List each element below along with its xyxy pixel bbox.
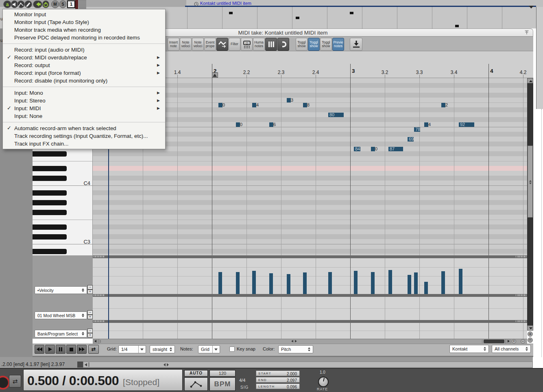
menu-item[interactable]: Preserve PDC delayed monitoring in recor… — [3, 34, 165, 41]
selection-end-field[interactable]: END2.097 — [256, 377, 300, 383]
black-key[interactable] — [33, 234, 67, 240]
menu-item[interactable]: Input: None — [3, 112, 165, 120]
scrollbar-thumb-edge[interactable] — [88, 362, 89, 367]
loop-toggle-button[interactable]: ⇄ — [88, 345, 99, 354]
lane-grow-button[interactable]: + — [87, 315, 93, 319]
power-icon[interactable] — [42, 0, 49, 8]
velocity-bar[interactable] — [424, 282, 428, 294]
lane-shrink-button[interactable]: − — [87, 310, 93, 315]
bank-program-lane[interactable] — [93, 323, 527, 339]
track-filter-select[interactable]: Kontakt — [449, 345, 489, 353]
pencil-icon[interactable] — [24, 0, 32, 8]
stop-button[interactable] — [66, 345, 76, 354]
key-snap-checkbox[interactable] — [229, 346, 235, 352]
scroll-right-button[interactable] — [505, 339, 511, 344]
midi-note[interactable] — [269, 122, 273, 127]
mute-button[interactable]: M — [51, 0, 59, 8]
black-key[interactable] — [33, 151, 67, 157]
black-key[interactable] — [33, 249, 67, 254]
pin-icon[interactable] — [524, 30, 530, 37]
midi-note[interactable]: 69 — [408, 137, 414, 142]
preview-notes-button[interactable]: Previenotes — [332, 38, 344, 51]
menu-item[interactable]: Record: output▶ — [3, 61, 165, 69]
velocity-bar[interactable] — [303, 272, 307, 294]
velocity-bar[interactable] — [408, 275, 411, 294]
lane-grow-button[interactable]: + — [87, 290, 93, 294]
lane-divider-handle[interactable] — [93, 294, 527, 297]
magnet-snap-button[interactable] — [277, 38, 289, 51]
mod-lane-size-buttons[interactable]: −+ — [87, 310, 93, 319]
rate-knob[interactable] — [318, 377, 329, 387]
velocity-lane-combo[interactable]: •Velocity — [35, 286, 87, 294]
dropdown-arrow-icon[interactable] — [138, 346, 146, 353]
menu-item[interactable]: ✓Input: MIDI▶ — [3, 105, 165, 112]
divider-grip[interactable] — [94, 294, 104, 296]
lane-divider-handle[interactable] — [93, 255, 527, 258]
velocity-bar[interactable] — [354, 271, 358, 294]
event-properties-button[interactable]: Eventprope — [204, 38, 216, 51]
velocity-lane-size-buttons[interactable]: −+ — [87, 285, 93, 294]
menu-item[interactable]: Monitor Input (Tape Auto Style) — [3, 18, 165, 26]
vertical-scrollbar[interactable]: +− — [527, 78, 533, 344]
menu-item[interactable]: ✓Automatic record-arm when track selecte… — [3, 124, 165, 132]
divider-grip[interactable] — [516, 320, 526, 322]
dropdown-arrow-icon[interactable] — [212, 346, 220, 353]
menu-item[interactable]: Input: Stereo▶ — [3, 97, 165, 105]
hzoom-out-button[interactable]: − — [521, 339, 525, 344]
bpm-button[interactable]: BPM — [209, 377, 236, 391]
midi-note[interactable] — [236, 122, 240, 127]
grid-size-select[interactable]: 1/4 — [118, 345, 146, 353]
fast-forward-button[interactable] — [77, 345, 87, 354]
lane-grow-button[interactable]: + — [87, 333, 93, 338]
menu-item[interactable]: Track input FX chain... — [3, 140, 165, 148]
arrange-horizontal-scrollbar[interactable] — [83, 362, 533, 368]
black-key[interactable] — [33, 176, 67, 181]
divider-grip[interactable] — [94, 320, 104, 322]
vscroll-thumb[interactable] — [528, 146, 533, 218]
scroll-left-icon[interactable] — [85, 363, 87, 366]
velocity-bar[interactable] — [287, 274, 290, 294]
midi-note[interactable] — [424, 122, 428, 127]
black-key[interactable] — [33, 190, 67, 196]
note-view-button[interactable] — [265, 38, 277, 51]
divider-grip[interactable] — [516, 256, 526, 257]
hzoom-in-button[interactable]: + — [512, 339, 516, 344]
lane-divider-handle[interactable] — [93, 320, 527, 323]
velocity-lane[interactable] — [93, 258, 527, 294]
midi-note[interactable]: 92 — [459, 122, 474, 127]
black-key[interactable] — [33, 200, 67, 205]
scroll-down-button[interactable] — [527, 325, 533, 331]
selection-length-field[interactable]: LENGTH0.096 — [256, 383, 300, 389]
scroll-up-button[interactable] — [527, 78, 533, 83]
menu-item[interactable]: Monitor track media when recording — [3, 26, 165, 34]
lane-shrink-button[interactable]: − — [87, 329, 93, 333]
menu-item[interactable]: ✓Record: MIDI overdub/replace▶ — [3, 54, 165, 61]
velocity-bar[interactable] — [388, 270, 392, 294]
filter-button[interactable]: Filter — [229, 38, 240, 51]
channel-filter-select[interactable]: All channels — [492, 345, 531, 353]
black-key[interactable] — [33, 224, 67, 230]
midi-note[interactable] — [252, 103, 256, 107]
toggle-show-button-2[interactable]: Togglshow — [308, 38, 320, 51]
hscroll-grip-icon[interactable] — [295, 340, 297, 342]
note-grid-select[interactable]: Grid — [198, 345, 220, 353]
midi-note[interactable]: 87 — [388, 147, 403, 151]
time-signature-value[interactable]: 4/4 — [239, 378, 245, 383]
hscroll-thumb[interactable] — [484, 340, 504, 343]
menu-item[interactable]: Monitor Input — [3, 11, 165, 18]
bank-lane-size-buttons[interactable]: −+ — [87, 329, 93, 338]
menu-item[interactable]: Record: input (force format)▶ — [3, 69, 165, 77]
velocity-bar[interactable] — [252, 271, 256, 294]
menu-item[interactable]: Record: input (audio or MIDI) — [3, 46, 165, 54]
midi-note[interactable]: 78 — [414, 127, 420, 132]
draw-mode-button[interactable] — [216, 38, 228, 51]
velocity-bar[interactable] — [459, 269, 462, 294]
input-plug-icon[interactable] — [33, 0, 42, 8]
mod-wheel-lane-combo[interactable]: 01 Mod Wheel MSB — [35, 311, 87, 319]
item-label[interactable]: Kontakt untitled MIDI item — [200, 1, 251, 6]
play-button[interactable] — [45, 345, 55, 354]
rewind-button[interactable] — [35, 345, 44, 354]
midi-note[interactable] — [303, 103, 307, 107]
velocity-bar[interactable] — [371, 272, 375, 294]
repeat-button[interactable]: ⇄ — [9, 375, 21, 388]
